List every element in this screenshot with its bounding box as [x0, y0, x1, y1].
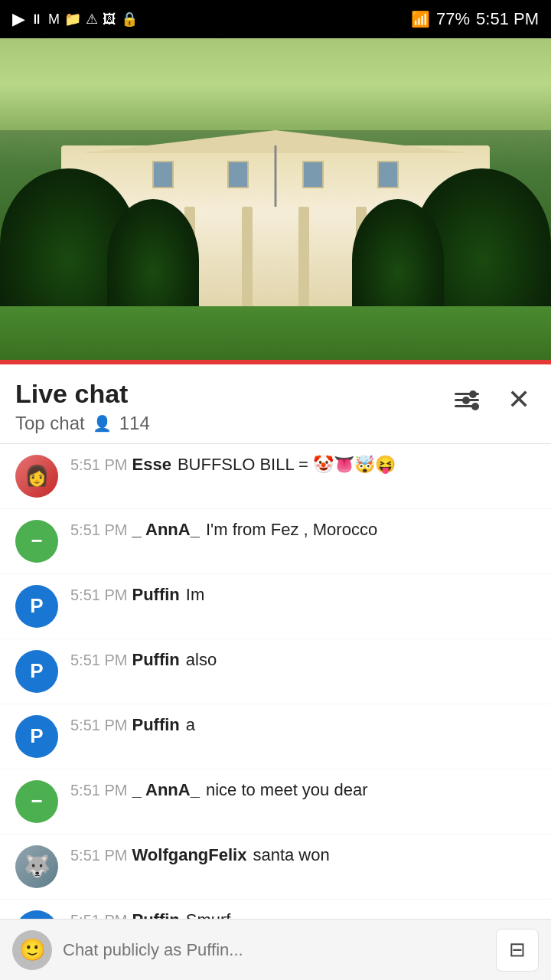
message-author: _ AnnA_: [132, 780, 199, 800]
youtube-icon: ▶: [12, 9, 25, 29]
message-time: 5:51 PM: [70, 847, 127, 864]
video-player[interactable]: [0, 38, 551, 360]
chat-message: P 5:51 PM Puffin also: [0, 639, 551, 704]
message-body: 5:51 PM Puffin also: [70, 650, 536, 670]
message-body: 5:51 PM Puffin a: [70, 715, 536, 735]
app-icon-1: ⏸: [30, 11, 44, 28]
people-icon: 👤: [93, 414, 112, 433]
message-body: 5:51 PM _ AnnA_ nice to meet you dear: [70, 780, 536, 800]
filter-button[interactable]: [450, 383, 484, 416]
chat-input-bar: 🙂 ⊟: [0, 919, 551, 980]
chat-message: 🐺 5:51 PM WolfgangFelix santa won: [0, 835, 551, 900]
emoji-icon: 🙂: [19, 937, 46, 962]
message-time: 5:51 PM: [70, 521, 127, 539]
send-icon: ⊟: [509, 938, 526, 962]
chat-messages-list: 👩 5:51 PM Esse BUFFSLO BILL = 🤡👅🤯😝 − 5:5…: [0, 444, 551, 965]
chat-message: P 5:51 PM Puffin a: [0, 704, 551, 769]
emoji-button[interactable]: 🙂: [12, 930, 52, 970]
chat-title: Live chat: [15, 378, 150, 410]
message-inline: 5:51 PM Puffin a: [70, 715, 536, 735]
app-icon-6: 🔒: [121, 11, 138, 28]
avatar: 👩: [15, 455, 58, 498]
chat-header-icons: ✕: [450, 378, 536, 416]
avatar-image: 👩: [24, 464, 49, 488]
message-text: santa won: [253, 845, 329, 865]
avatar: 🐺: [15, 845, 58, 888]
message-body: 5:51 PM Esse BUFFSLO BILL = 🤡👅🤯😝: [70, 455, 536, 475]
message-inline: 5:51 PM Puffin Im: [70, 585, 536, 605]
message-text: I'm from Fez , Morocco: [206, 520, 377, 540]
message-author: Puffin: [132, 715, 179, 735]
avatar: P: [15, 585, 58, 628]
avatar-icon: 🐺: [24, 854, 51, 879]
message-time: 5:51 PM: [70, 782, 127, 799]
message-author: Puffin: [132, 650, 179, 670]
message-author: Esse: [132, 455, 171, 475]
battery-level: 77%: [436, 9, 470, 29]
message-inline: 5:51 PM Puffin also: [70, 650, 536, 670]
chat-message: 👩 5:51 PM Esse BUFFSLO BILL = 🤡👅🤯😝: [0, 444, 551, 509]
chat-input[interactable]: [63, 940, 485, 960]
app-icon-2: M: [48, 11, 60, 28]
avatar: P: [15, 715, 58, 758]
status-left: ▶ ⏸ M 📁 ⚠ 🖼 🔒: [12, 9, 138, 29]
close-button[interactable]: ✕: [502, 383, 536, 416]
chat-title-section: Live chat Top chat 👤 114: [15, 378, 150, 434]
viewer-count: 114: [119, 413, 150, 434]
message-time: 5:51 PM: [70, 456, 127, 474]
message-inline: 5:51 PM Esse BUFFSLO BILL = 🤡👅🤯😝: [70, 455, 536, 475]
avatar: P: [15, 650, 58, 693]
top-chat-label[interactable]: Top chat: [15, 413, 85, 434]
message-text: Im: [186, 585, 204, 605]
chat-message: P 5:51 PM Puffin Im: [0, 574, 551, 639]
chat-message: − 5:51 PM _ AnnA_ I'm from Fez , Morocco: [0, 509, 551, 574]
message-body: 5:51 PM WolfgangFelix santa won: [70, 845, 536, 865]
message-text: BUFFSLO BILL = 🤡👅🤯😝: [178, 455, 396, 475]
app-icon-3: 📁: [64, 11, 81, 28]
message-text: also: [186, 650, 217, 670]
message-inline: 5:51 PM _ AnnA_ nice to meet you dear: [70, 780, 536, 800]
message-author: Puffin: [132, 585, 179, 605]
message-text: a: [186, 715, 195, 735]
message-inline: 5:51 PM _ AnnA_ I'm from Fez , Morocco: [70, 520, 536, 540]
chat-subtitle: Top chat 👤 114: [15, 413, 150, 434]
message-inline: 5:51 PM WolfgangFelix santa won: [70, 845, 536, 865]
message-time: 5:51 PM: [70, 717, 127, 734]
status-bar: ▶ ⏸ M 📁 ⚠ 🖼 🔒 📶 77% 5:51 PM: [0, 0, 551, 38]
slider-icon: [455, 393, 479, 407]
message-text: nice to meet you dear: [206, 780, 368, 800]
avatar: −: [15, 520, 58, 563]
app-icon-4: ⚠: [86, 11, 98, 28]
status-right: 📶 77% 5:51 PM: [411, 9, 539, 29]
chat-header: Live chat Top chat 👤 114 ✕: [0, 364, 551, 444]
message-time: 5:51 PM: [70, 652, 127, 669]
message-body: 5:51 PM Puffin Im: [70, 585, 536, 605]
chat-message: − 5:51 PM _ AnnA_ nice to meet you dear: [0, 769, 551, 835]
message-author: _ AnnA_: [132, 520, 199, 540]
clock: 5:51 PM: [476, 9, 539, 29]
message-time: 5:51 PM: [70, 586, 127, 604]
chat-area: Live chat Top chat 👤 114 ✕ 👩: [0, 364, 551, 980]
wifi-icon: 📶: [411, 10, 430, 28]
message-author: WolfgangFelix: [132, 845, 246, 865]
app-icon-5: 🖼: [103, 11, 116, 28]
avatar: −: [15, 780, 58, 823]
message-body: 5:51 PM _ AnnA_ I'm from Fez , Morocco: [70, 520, 536, 540]
send-button[interactable]: ⊟: [496, 929, 539, 972]
